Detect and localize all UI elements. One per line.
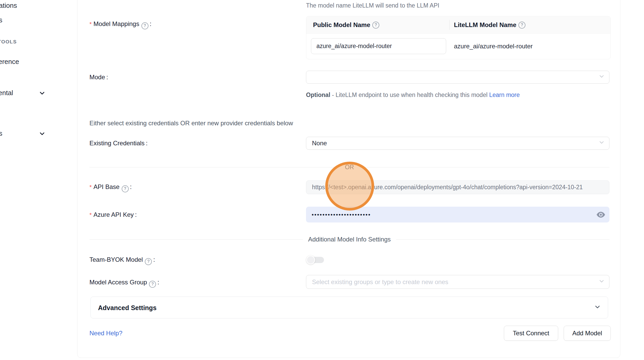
chevron-down-icon[interactable] xyxy=(39,90,45,96)
add-model-button[interactable]: Add Model xyxy=(564,326,611,341)
help-icon[interactable]: ? xyxy=(145,258,152,265)
team-byok-label: Team-BYOK Model?: xyxy=(89,256,155,265)
model-access-group-placeholder: Select existing groups or type to create… xyxy=(312,278,448,286)
team-byok-toggle[interactable] xyxy=(306,255,324,265)
mode-label: Mode: xyxy=(89,74,108,81)
public-model-name-input[interactable] xyxy=(311,38,446,54)
need-help-link[interactable]: Need Help? xyxy=(89,330,122,337)
help-icon[interactable]: ? xyxy=(518,22,525,29)
advanced-settings-label: Advanced Settings xyxy=(98,297,157,319)
learn-more-link[interactable]: Learn more xyxy=(489,91,520,98)
help-icon[interactable]: ? xyxy=(122,185,129,192)
sidebar-section-tools: TOOLS xyxy=(0,39,17,45)
help-icon[interactable]: ? xyxy=(149,281,156,288)
add-model-page: ations s TOOLS erence ental s The model … xyxy=(0,0,644,360)
chevron-down-icon xyxy=(598,278,605,286)
existing-credentials-label: Existing Credentials: xyxy=(89,140,148,147)
existing-credentials-select[interactable]: None xyxy=(306,137,609,150)
help-icon[interactable]: ? xyxy=(141,22,148,29)
click-highlight-circle xyxy=(325,162,374,211)
column-header-public-model-name: Public Model Name? xyxy=(313,16,379,34)
model-mappings-label: *Model Mappings?: xyxy=(89,20,151,29)
help-icon[interactable]: ? xyxy=(372,22,379,29)
test-connect-button[interactable]: Test Connect xyxy=(504,326,558,341)
mode-help-text: Optional - LiteLLM endpoint to use when … xyxy=(306,90,527,100)
sidebar-item-settings[interactable]: s xyxy=(0,129,2,138)
model-mappings-table: Public Model Name? LiteLLM Model Name? a… xyxy=(306,16,611,59)
mode-select[interactable] xyxy=(306,71,609,84)
table-header-row: Public Model Name? LiteLLM Model Name? xyxy=(306,16,610,34)
column-divider xyxy=(449,20,450,30)
advanced-settings-panel[interactable]: Advanced Settings xyxy=(90,297,608,318)
section-divider-label: Additional Model Info Settings xyxy=(303,236,396,243)
litellm-model-name-value: azure_ai/azure-model-router xyxy=(454,38,533,54)
model-access-group-select[interactable]: Select existing groups or type to create… xyxy=(306,275,609,289)
eye-icon[interactable] xyxy=(596,210,606,219)
chevron-down-icon xyxy=(598,73,605,81)
required-mark: * xyxy=(89,21,92,27)
api-base-label: *API Base?: xyxy=(89,183,132,192)
existing-credentials-value: None xyxy=(312,140,327,147)
column-header-litellm-model-name: LiteLLM Model Name? xyxy=(454,16,525,34)
required-mark: * xyxy=(89,212,92,218)
chevron-down-icon[interactable] xyxy=(39,130,45,137)
chevron-down-icon xyxy=(598,139,605,147)
credentials-instruction: Either select existing credentials OR en… xyxy=(89,120,293,127)
azure-api-key-label: *Azure API Key: xyxy=(89,211,137,218)
litellm-model-name-help: The model name LiteLLM will send to the … xyxy=(306,2,439,9)
sidebar-item-reference[interactable]: erence xyxy=(0,58,19,66)
sidebar-item-organizations[interactable]: ations xyxy=(0,2,17,10)
chevron-down-icon xyxy=(594,303,601,312)
sidebar-item-experimental[interactable]: ental xyxy=(0,89,13,97)
model-access-group-label: Model Access Group?: xyxy=(89,279,159,288)
sidebar-item-users[interactable]: s xyxy=(0,16,2,24)
required-mark: * xyxy=(89,184,92,190)
toggle-knob xyxy=(306,256,315,264)
